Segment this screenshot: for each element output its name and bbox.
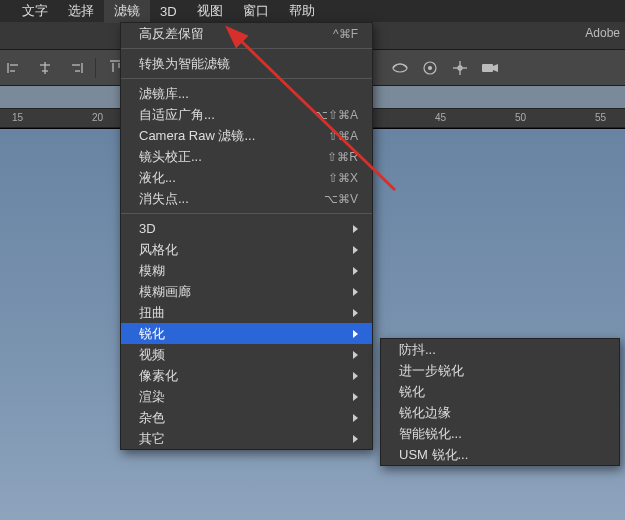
mi-label: 滤镜库... bbox=[139, 85, 338, 103]
menu-separator bbox=[121, 213, 372, 214]
mi-sharpen-edges[interactable]: 锐化边缘 bbox=[381, 402, 619, 423]
mi-render-sub[interactable]: 渲染 bbox=[121, 386, 372, 407]
submenu-arrow-icon bbox=[353, 288, 358, 296]
mi-label: 锐化 bbox=[139, 325, 333, 343]
submenu-arrow-icon bbox=[353, 330, 358, 338]
mi-label: 镜头校正... bbox=[139, 148, 307, 166]
mi-noise-sub[interactable]: 杂色 bbox=[121, 407, 372, 428]
mi-label: 液化... bbox=[139, 169, 308, 187]
mi-label: 自适应广角... bbox=[139, 106, 294, 124]
menu-select[interactable]: 选择 bbox=[58, 0, 104, 23]
3d-mode-icon[interactable] bbox=[388, 56, 412, 80]
menu-bar: 文字 选择 滤镜 3D 视图 窗口 帮助 bbox=[0, 0, 625, 22]
submenu-arrow-icon bbox=[353, 225, 358, 233]
mi-liquify[interactable]: 液化...⇧⌘X bbox=[121, 167, 372, 188]
mi-label: 渲染 bbox=[139, 388, 333, 406]
mi-sharpen[interactable]: 锐化 bbox=[381, 381, 619, 402]
mi-label: 锐化边缘 bbox=[399, 404, 605, 422]
align-center-h-icon[interactable] bbox=[33, 56, 57, 80]
mi-shortcut: ⇧⌘A bbox=[328, 129, 358, 143]
mi-label: Camera Raw 滤镜... bbox=[139, 127, 308, 145]
mi-lens-correct[interactable]: 镜头校正...⇧⌘R bbox=[121, 146, 372, 167]
menu-separator bbox=[121, 48, 372, 49]
submenu-arrow-icon bbox=[353, 267, 358, 275]
mi-label: 杂色 bbox=[139, 409, 333, 427]
mi-label: 风格化 bbox=[139, 241, 333, 259]
mi-shortcut: ^⌘F bbox=[333, 27, 358, 41]
mi-label: 高反差保留 bbox=[139, 25, 313, 43]
mi-video-sub[interactable]: 视频 bbox=[121, 344, 372, 365]
menu-3d[interactable]: 3D bbox=[150, 1, 187, 22]
menu-help[interactable]: 帮助 bbox=[279, 0, 325, 23]
align-right-icon[interactable] bbox=[63, 56, 87, 80]
svg-point-14 bbox=[429, 66, 432, 69]
ruler-tick: 45 bbox=[435, 112, 446, 123]
svg-rect-18 bbox=[482, 64, 493, 72]
mi-last-filter[interactable]: 高反差保留 ^⌘F bbox=[121, 23, 372, 44]
submenu-arrow-icon bbox=[353, 414, 358, 422]
brand-label: Adobe bbox=[585, 26, 620, 40]
mi-label: 模糊 bbox=[139, 262, 333, 280]
sharpen-submenu: 防抖... 进一步锐化 锐化 锐化边缘 智能锐化... USM 锐化... bbox=[380, 338, 620, 466]
mi-blur-gallery-sub[interactable]: 模糊画廊 bbox=[121, 281, 372, 302]
menu-filter[interactable]: 滤镜 bbox=[104, 0, 150, 23]
separator bbox=[95, 58, 96, 78]
submenu-arrow-icon bbox=[353, 351, 358, 359]
orbit-icon[interactable] bbox=[418, 56, 442, 80]
mi-label: 转换为智能滤镜 bbox=[139, 55, 358, 73]
mi-usm-sharpen[interactable]: USM 锐化... bbox=[381, 444, 619, 465]
mi-shortcut: ⌥⇧⌘A bbox=[314, 108, 358, 122]
mi-filter-gallery[interactable]: 滤镜库... bbox=[121, 83, 372, 104]
mi-label: 3D bbox=[139, 221, 333, 236]
svg-point-12 bbox=[393, 64, 407, 72]
mi-convert-smart[interactable]: 转换为智能滤镜 bbox=[121, 53, 372, 74]
mi-label: 其它 bbox=[139, 430, 333, 448]
mi-label: 智能锐化... bbox=[399, 425, 605, 443]
mi-stylize-sub[interactable]: 风格化 bbox=[121, 239, 372, 260]
mi-blur-sub[interactable]: 模糊 bbox=[121, 260, 372, 281]
mi-label: 进一步锐化 bbox=[399, 362, 605, 380]
mi-label: 像素化 bbox=[139, 367, 333, 385]
mi-camera-raw[interactable]: Camera Raw 滤镜...⇧⌘A bbox=[121, 125, 372, 146]
mi-distort-sub[interactable]: 扭曲 bbox=[121, 302, 372, 323]
mi-shortcut: ⇧⌘R bbox=[327, 150, 358, 164]
submenu-arrow-icon bbox=[353, 372, 358, 380]
pan-icon[interactable] bbox=[448, 56, 472, 80]
menu-separator bbox=[121, 78, 372, 79]
ruler-tick: 15 bbox=[12, 112, 23, 123]
mi-vanishing-point[interactable]: 消失点...⌥⌘V bbox=[121, 188, 372, 209]
mi-label: 视频 bbox=[139, 346, 333, 364]
mi-label: 消失点... bbox=[139, 190, 304, 208]
align-left-icon[interactable] bbox=[3, 56, 27, 80]
mi-label: 模糊画廊 bbox=[139, 283, 333, 301]
mi-sharpen-more[interactable]: 进一步锐化 bbox=[381, 360, 619, 381]
mi-shortcut: ⇧⌘X bbox=[328, 171, 358, 185]
mi-shake-reduction[interactable]: 防抖... bbox=[381, 339, 619, 360]
submenu-arrow-icon bbox=[353, 435, 358, 443]
mi-adaptive-wide[interactable]: 自适应广角...⌥⇧⌘A bbox=[121, 104, 372, 125]
mi-label: 扭曲 bbox=[139, 304, 333, 322]
mi-pixelate-sub[interactable]: 像素化 bbox=[121, 365, 372, 386]
camera-icon[interactable] bbox=[478, 56, 502, 80]
mi-3d-sub[interactable]: 3D bbox=[121, 218, 372, 239]
menu-view[interactable]: 视图 bbox=[187, 0, 233, 23]
ruler-tick: 50 bbox=[515, 112, 526, 123]
mi-other-sub[interactable]: 其它 bbox=[121, 428, 372, 449]
mi-label: 防抖... bbox=[399, 341, 605, 359]
submenu-arrow-icon bbox=[353, 309, 358, 317]
filter-menu: 高反差保留 ^⌘F 转换为智能滤镜 滤镜库... 自适应广角...⌥⇧⌘A Ca… bbox=[120, 22, 373, 450]
mi-label: 锐化 bbox=[399, 383, 605, 401]
mi-smart-sharpen[interactable]: 智能锐化... bbox=[381, 423, 619, 444]
ruler-tick: 55 bbox=[595, 112, 606, 123]
menu-text[interactable]: 文字 bbox=[12, 0, 58, 23]
ruler-tick: 20 bbox=[92, 112, 103, 123]
menu-window[interactable]: 窗口 bbox=[233, 0, 279, 23]
mi-shortcut: ⌥⌘V bbox=[324, 192, 358, 206]
submenu-arrow-icon bbox=[353, 246, 358, 254]
mi-sharpen-sub[interactable]: 锐化 bbox=[121, 323, 372, 344]
submenu-arrow-icon bbox=[353, 393, 358, 401]
mi-label: USM 锐化... bbox=[399, 446, 605, 464]
